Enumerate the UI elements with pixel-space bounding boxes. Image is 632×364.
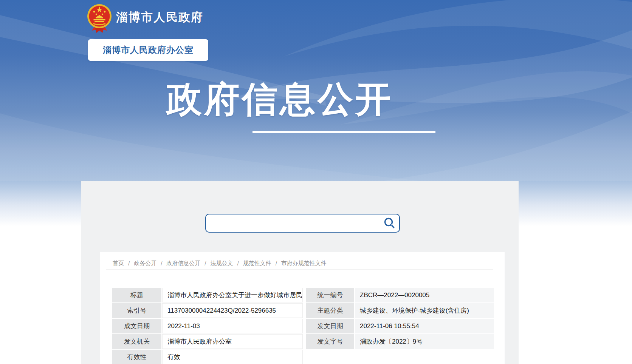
breadcrumb: 首页/政务公开/政府信息公开/法规公文/规范性文件/市府办规范性文件 [113,260,327,267]
table-empty [306,350,354,364]
table-label: 主题分类 [306,303,354,318]
table-label: 发文机关 [112,334,161,349]
search-button[interactable] [382,216,397,231]
table-value: 11370300004224423Q/2022-5296635 [162,303,303,318]
table-value: 城乡建设、环境保护-城乡建设(含住房) [355,303,494,318]
magnifier-icon [383,217,395,229]
search-box [205,214,400,233]
office-badge-label: 淄博市人民政府办公室 [103,44,194,56]
banner: 淄博市人民政府 淄博市人民政府办公室 政府信息公开 [0,0,632,181]
breadcrumb-item[interactable]: 政府信息公开 [166,260,200,267]
table-value: 淄博市人民政府办公室关于进一步做好城市居民... [162,288,303,302]
table-gap [304,303,305,318]
title-underline [252,131,435,133]
table-value: 有效 [162,350,303,364]
breadcrumb-separator: / [276,260,277,267]
table-empty [355,350,494,364]
table-gap [304,288,305,302]
national-emblem-icon [87,3,112,34]
table-label: 成文日期 [112,319,161,333]
table-label: 统一编号 [306,288,354,302]
table-label: 发文字号 [306,334,354,349]
breadcrumb-separator: / [161,260,162,267]
site-name: 淄博市人民政府 [116,9,203,25]
breadcrumb-separator: / [237,260,239,267]
search-input[interactable] [206,214,382,232]
breadcrumb-item[interactable]: 规范性文件 [243,260,271,267]
content-card: 首页/政务公开/政府信息公开/法规公文/规范性文件/市府办规范性文件 标题淄博市… [100,252,505,364]
table-value: 2022-11-03 [162,319,303,333]
breadcrumb-separator: / [128,260,130,267]
table-label: 索引号 [112,303,161,318]
breadcrumb-item[interactable]: 市府办规范性文件 [281,260,327,267]
table-label: 有效性 [112,350,161,364]
table-value: 淄政办发〔2022〕9号 [355,334,494,349]
table-value: 淄博市人民政府办公室 [162,334,303,349]
content-panel: 首页/政务公开/政府信息公开/法规公文/规范性文件/市府办规范性文件 标题淄博市… [81,181,519,364]
table-value: ZBCR—2022—0020005 [355,288,494,302]
office-badge[interactable]: 淄博市人民政府办公室 [88,39,208,61]
breadcrumb-item[interactable]: 首页 [113,260,124,267]
breadcrumb-separator: / [204,260,206,267]
table-gap [304,334,305,349]
breadcrumb-item[interactable]: 政务公开 [134,260,156,267]
breadcrumb-item[interactable]: 法规公文 [211,260,233,267]
page-title: 政府信息公开 [166,76,393,123]
document-table: 标题淄博市人民政府办公室关于进一步做好城市居民...统一编号ZBCR—2022—… [112,288,494,364]
table-label: 标题 [112,288,161,302]
table-gap [304,319,305,333]
breadcrumb-divider [106,270,493,270]
page: 淄博市人民政府 淄博市人民政府办公室 政府信息公开 首页/政务公开/政府信息公开… [0,0,632,364]
table-label: 发文日期 [306,319,354,333]
table-value: 2022-11-06 10:55:54 [355,319,494,333]
table-gap [304,350,305,364]
